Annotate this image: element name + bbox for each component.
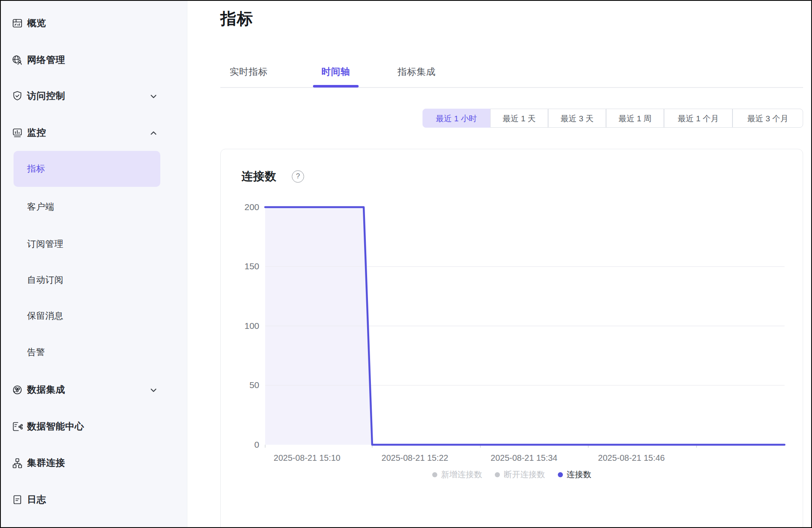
chevron-down-icon — [149, 92, 158, 101]
tab-timeline[interactable]: 时间轴 — [313, 63, 359, 80]
data-integration-icon — [11, 384, 23, 396]
sidebar-item-overview[interactable]: 概览 — [1, 13, 187, 34]
legend-dot-icon — [495, 472, 500, 477]
x-axis-tick: 2025-08-21 15:46 — [581, 451, 682, 464]
sidebar-item-data-integration[interactable]: 数据集成 — [1, 379, 187, 400]
sidebar-item-label: 日志 — [27, 489, 46, 510]
x-axis-tick: 2025-08-21 15:22 — [364, 451, 466, 464]
sidebar-item-label: 数据智能中心 — [27, 416, 84, 437]
time-range-button-1mo[interactable]: 最近 1 个月 — [664, 109, 732, 128]
sidebar-subitem-auto-subscribe[interactable]: 自动订阅 — [1, 269, 187, 290]
sidebar-item-monitoring[interactable]: 监控 — [1, 122, 187, 143]
legend-dot-icon — [432, 472, 437, 477]
sidebar-item-network[interactable]: 网络管理 — [1, 49, 187, 71]
tab-realtime-metrics[interactable]: 实时指标 — [220, 63, 277, 80]
sidebar-subitem-alarms[interactable]: 告警 — [1, 342, 187, 363]
x-axis-tick: 2025-08-21 15:34 — [473, 451, 575, 464]
y-axis-tick: 0 — [230, 439, 259, 451]
app-window: 概览 网络管理 访问控制 监控 指 — [0, 0, 812, 528]
sidebar-subitem-retained-messages[interactable]: 保留消息 — [1, 305, 187, 326]
data-intelligence-icon — [11, 421, 23, 432]
tab-metrics-integration[interactable]: 指标集成 — [388, 63, 445, 80]
time-range-button-1d[interactable]: 最近 1 天 — [490, 109, 548, 128]
help-icon[interactable]: ? — [292, 170, 304, 183]
network-icon — [11, 54, 23, 66]
sidebar-item-label: 数据集成 — [27, 379, 65, 400]
y-axis-tick: 50 — [230, 379, 259, 391]
time-range-button-1w[interactable]: 最近 1 周 — [606, 109, 664, 128]
sidebar-item-data-intelligence[interactable]: 数据智能中心 — [1, 416, 187, 437]
sidebar-subitem-subscriptions[interactable]: 订阅管理 — [1, 233, 187, 254]
sidebar-item-label: 访问控制 — [27, 85, 65, 107]
sidebar-item-label: 集群连接 — [27, 452, 65, 473]
chevron-down-icon — [149, 386, 158, 395]
legend-item-connections[interactable]: 连接数 — [558, 469, 592, 480]
chart-legend: 新增连接数 断开连接数 连接数 — [221, 469, 803, 480]
sidebar-item-logs[interactable]: 日志 — [1, 489, 187, 510]
y-axis-tick: 100 — [230, 320, 259, 332]
overview-icon — [11, 17, 23, 29]
legend-item-disconnections[interactable]: 断开连接数 — [495, 469, 545, 480]
time-range-button-3mo[interactable]: 最近 3 个月 — [732, 109, 803, 128]
sidebar-item-label: 监控 — [27, 122, 46, 143]
sidebar-item-label: 概览 — [27, 13, 46, 34]
sidebar-item-label: 网络管理 — [27, 49, 65, 71]
time-range-button-1h[interactable]: 最近 1 小时 — [422, 109, 490, 128]
cluster-connect-icon — [11, 457, 23, 469]
tabs-divider — [220, 87, 803, 88]
active-tab-underline — [313, 85, 359, 88]
x-axis-tick: 2025-08-21 15:10 — [256, 451, 358, 464]
time-range-button-3d[interactable]: 最近 3 天 — [548, 109, 606, 128]
page-title: 指标 — [220, 8, 253, 30]
sidebar-subitem-metrics[interactable]: 指标 — [1, 158, 187, 179]
access-control-shield-icon — [11, 90, 23, 102]
sidebar-subitem-clients[interactable]: 客户端 — [1, 196, 187, 217]
connections-chart-card: 连接数 ? 200 150 100 50 0 2025-08 — [220, 149, 803, 528]
legend-dot-icon — [558, 472, 563, 477]
sidebar-item-access-control[interactable]: 访问控制 — [1, 85, 187, 107]
legend-item-new-connections[interactable]: 新增连接数 — [432, 469, 483, 480]
chevron-up-icon — [149, 129, 158, 138]
sidebar-item-cluster-connect[interactable]: 集群连接 — [1, 452, 187, 473]
monitoring-icon — [11, 127, 23, 139]
line-chart-plot — [265, 207, 785, 445]
y-axis-tick: 200 — [230, 201, 259, 213]
y-axis-tick: 150 — [230, 260, 259, 272]
sidebar: 概览 网络管理 访问控制 监控 指 — [1, 1, 187, 527]
logs-icon — [11, 494, 23, 506]
chart-title: 连接数 — [241, 169, 277, 184]
